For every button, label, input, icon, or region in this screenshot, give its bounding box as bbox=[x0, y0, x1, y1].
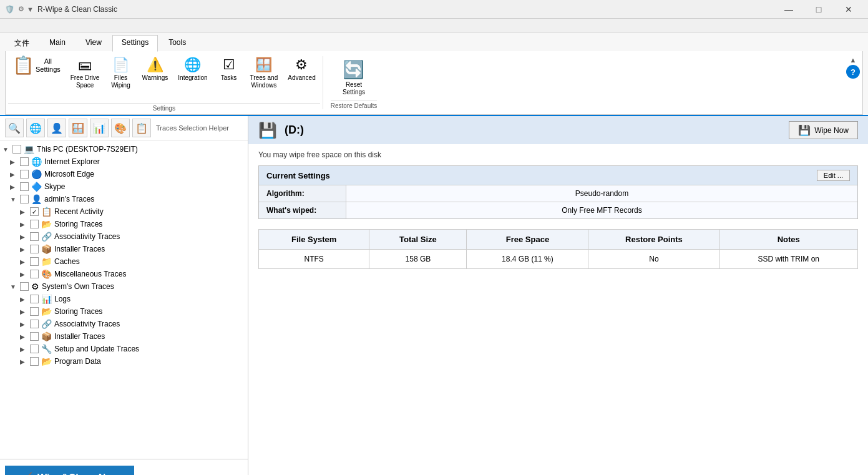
label-skype: Skype bbox=[44, 182, 65, 191]
expand-recent-activity[interactable]: ▶ bbox=[20, 208, 30, 215]
icon-program-data: 📂 bbox=[41, 356, 52, 366]
helper-icon-user[interactable]: 👤 bbox=[47, 119, 66, 137]
helper-icon-windows[interactable]: 🪟 bbox=[69, 119, 87, 137]
tab-settings[interactable]: Settings bbox=[112, 35, 158, 52]
check-logs[interactable] bbox=[30, 295, 39, 303]
wipe-now-button[interactable]: 💾 Wipe Now bbox=[789, 121, 858, 139]
tree-item-edge[interactable]: ▶ 🔵 Microsoft Edge bbox=[0, 168, 248, 180]
check-storing-traces[interactable] bbox=[30, 220, 39, 228]
files-wiping-button[interactable]: 📄 FilesWiping bbox=[105, 54, 136, 92]
warnings-button[interactable]: ⚠️ Warnings bbox=[137, 54, 172, 85]
helper-icon-search[interactable]: 🔍 bbox=[5, 119, 24, 137]
tab-main[interactable]: Main bbox=[40, 35, 75, 51]
title-bar-controls: — □ ✕ bbox=[774, 0, 863, 19]
collapse-icon[interactable]: ▲ bbox=[850, 56, 857, 64]
tree-item-skype[interactable]: ▶ 🔷 Skype bbox=[0, 180, 248, 193]
table-row: NTFS 158 GB 18.4 GB (11 %) No SSD with T… bbox=[259, 250, 858, 269]
expand-logs[interactable]: ▶ bbox=[20, 296, 30, 303]
helper-icon-chart[interactable]: 📊 bbox=[90, 119, 109, 137]
trees-windows-button[interactable]: 🪟 Trees andWindows bbox=[246, 54, 283, 92]
check-skype[interactable] bbox=[20, 182, 29, 191]
tab-tools[interactable]: Tools bbox=[159, 35, 195, 51]
maximize-button[interactable]: □ bbox=[804, 0, 833, 19]
expand-misc-traces[interactable]: ▶ bbox=[20, 271, 30, 278]
icon-recent-activity: 📋 bbox=[41, 207, 52, 217]
check-this-pc[interactable] bbox=[12, 145, 21, 154]
title-bar-left: 🛡️ ⚙ ▼ R-Wipe & Clean Classic bbox=[5, 5, 117, 14]
tree-item-ie[interactable]: ▶ 🌐 Internet Explorer bbox=[0, 155, 248, 168]
tree-item-logs[interactable]: ▶ 📊 Logs bbox=[0, 293, 248, 305]
check-caches[interactable] bbox=[30, 257, 39, 266]
expand-skype[interactable]: ▶ bbox=[10, 184, 20, 190]
expand-program-data[interactable]: ▶ bbox=[20, 358, 30, 365]
expand-storing-traces2[interactable]: ▶ bbox=[20, 308, 30, 315]
check-ie[interactable] bbox=[20, 157, 29, 166]
label-system-traces: System's Own Traces bbox=[42, 282, 114, 291]
helper-icon-clipboard[interactable]: 📋 bbox=[132, 119, 151, 137]
help-button[interactable]: ? bbox=[846, 65, 860, 79]
expand-admin-traces[interactable]: ▼ bbox=[10, 196, 20, 203]
free-drive-space-button[interactable]: 🖴 Free DriveSpace bbox=[66, 54, 104, 92]
minimize-button[interactable]: — bbox=[774, 0, 803, 19]
expand-installer-traces[interactable]: ▶ bbox=[20, 246, 30, 253]
tree-item-program-data[interactable]: ▶ 📂 Program Data bbox=[0, 355, 248, 368]
tasks-button[interactable]: ☑ Tasks bbox=[213, 54, 245, 85]
tree-container[interactable]: ▼ 💻 This PC (DESKTOP-7S29EIT) ▶ 🌐 Intern… bbox=[0, 140, 248, 459]
tree-item-caches[interactable]: ▶ 📁 Caches bbox=[0, 255, 248, 268]
check-installer-traces2[interactable] bbox=[30, 332, 39, 341]
close-button[interactable]: ✕ bbox=[834, 0, 863, 19]
check-installer-traces[interactable] bbox=[30, 245, 39, 253]
tree-item-this-pc[interactable]: ▼ 💻 This PC (DESKTOP-7S29EIT) bbox=[0, 143, 248, 155]
check-storing-traces2[interactable] bbox=[30, 307, 39, 316]
algorithm-value: Pseudo-random bbox=[346, 185, 857, 202]
helper-label: Traces Selection Helper bbox=[156, 124, 229, 132]
check-edge[interactable] bbox=[20, 170, 29, 179]
expand-assoc-traces[interactable]: ▶ bbox=[20, 233, 30, 240]
expand-this-pc[interactable]: ▼ bbox=[2, 146, 12, 153]
check-assoc-traces[interactable] bbox=[30, 232, 39, 241]
check-program-data[interactable] bbox=[30, 357, 39, 366]
wipe-clean-button[interactable]: 🧹 Wipe&Clean Now bbox=[5, 466, 134, 475]
helper-icon-web[interactable]: 🌐 bbox=[26, 119, 45, 137]
tree-item-setup-traces[interactable]: ▶ 🔧 Setup and Update Traces bbox=[0, 343, 248, 355]
check-assoc-traces2[interactable] bbox=[30, 320, 39, 328]
tree-item-storing-traces2[interactable]: ▶ 📂 Storing Traces bbox=[0, 305, 248, 318]
tree-item-installer-traces2[interactable]: ▶ 📦 Installer Traces bbox=[0, 330, 248, 343]
check-setup-traces[interactable] bbox=[30, 345, 39, 353]
expand-setup-traces[interactable]: ▶ bbox=[20, 346, 30, 353]
drive-description: You may wipe free space on this disk bbox=[248, 144, 868, 165]
expand-caches[interactable]: ▶ bbox=[20, 258, 30, 265]
all-settings-button[interactable]: 📋 AllSettings bbox=[8, 54, 65, 77]
integration-button[interactable]: 🌐 Integration bbox=[173, 54, 212, 85]
expand-system-traces[interactable]: ▼ bbox=[10, 283, 20, 290]
expand-storing-traces[interactable]: ▶ bbox=[20, 221, 30, 228]
tree-item-assoc-traces[interactable]: ▶ 🔗 Associativity Traces bbox=[0, 230, 248, 243]
tree-item-misc-traces[interactable]: ▶ 🎨 Miscellaneous Traces bbox=[0, 268, 248, 280]
expand-ie[interactable]: ▶ bbox=[10, 159, 20, 165]
check-system-traces[interactable] bbox=[20, 282, 29, 291]
tree-item-storing-traces[interactable]: ▶ 📂 Storing Traces bbox=[0, 218, 248, 230]
expand-installer-traces2[interactable]: ▶ bbox=[20, 333, 30, 340]
tree-item-recent-activity[interactable]: ▶ 📋 Recent Activity bbox=[0, 205, 248, 218]
icon-system-traces: ⚙ bbox=[31, 282, 39, 291]
expand-assoc-traces2[interactable]: ▶ bbox=[20, 321, 30, 328]
tree-item-system-traces[interactable]: ▼ ⚙ System's Own Traces bbox=[0, 280, 248, 293]
check-admin-traces[interactable] bbox=[20, 195, 29, 203]
tab-file[interactable]: 文件 bbox=[5, 35, 39, 51]
check-misc-traces[interactable] bbox=[30, 270, 39, 278]
toolbar-icon-2: ▼ bbox=[27, 6, 34, 13]
cell-restore-points: No bbox=[588, 250, 719, 269]
advanced-button[interactable]: ⚙ Advanced bbox=[283, 54, 319, 85]
reset-settings-button[interactable]: 🔄 ResetSettings bbox=[338, 56, 369, 99]
wiped-row: What's wiped: Only Free MFT Records bbox=[259, 202, 857, 218]
tab-view[interactable]: View bbox=[76, 35, 111, 51]
tree-item-assoc-traces2[interactable]: ▶ 🔗 Associativity Traces bbox=[0, 318, 248, 330]
helper-icon-paint[interactable]: 🎨 bbox=[111, 119, 130, 137]
tree-item-installer-traces[interactable]: ▶ 📦 Installer Traces bbox=[0, 243, 248, 255]
expand-edge[interactable]: ▶ bbox=[10, 171, 20, 178]
trees-windows-label: Trees andWindows bbox=[250, 74, 278, 89]
check-recent-activity[interactable] bbox=[30, 207, 39, 216]
tree-item-admin-traces[interactable]: ▼ 👤 admin's Traces bbox=[0, 193, 248, 205]
edit-button[interactable]: Edit ... bbox=[817, 170, 850, 181]
help-controls: ▲ ? bbox=[846, 56, 860, 79]
